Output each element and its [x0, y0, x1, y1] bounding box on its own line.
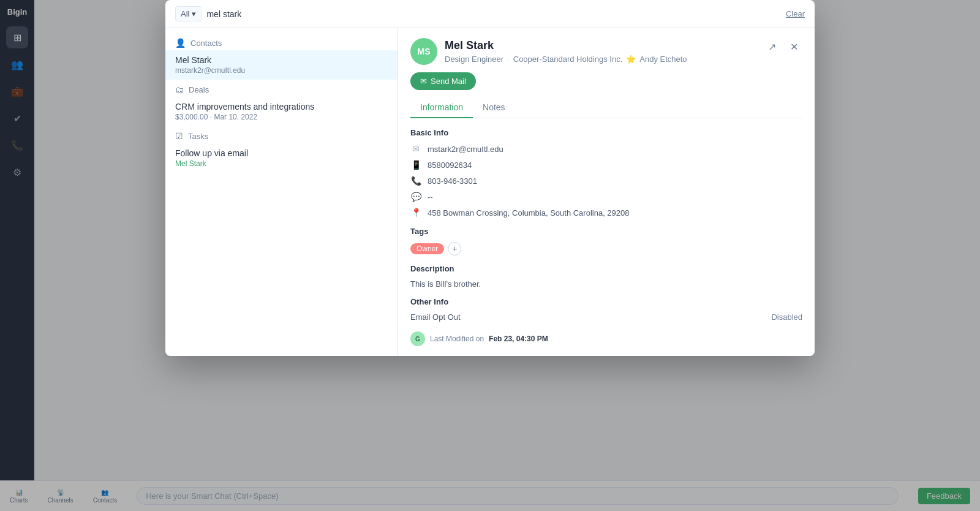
- mobile-value: 8580092634: [428, 161, 472, 170]
- email-opt-out-label: Email Opt Out: [410, 312, 461, 322]
- tag-owner: Owner: [410, 243, 444, 254]
- contact-title: Design Engineer: [445, 55, 503, 64]
- deals-label: Deals: [189, 85, 209, 94]
- search-clear-button[interactable]: Clear: [786, 9, 805, 18]
- external-link-button[interactable]: ↗: [763, 38, 780, 55]
- last-modified: G Last Modified on Feb 23, 04:30 PM: [410, 331, 802, 346]
- tasks-label: Tasks: [188, 132, 208, 141]
- contact-header-actions: ↗ ✕: [763, 38, 802, 55]
- contact-header-left: MS Mel Stark Design Engineer · Cooper-St…: [410, 38, 687, 65]
- detail-panel: MS Mel Stark Design Engineer · Cooper-St…: [398, 28, 815, 356]
- mail-icon: ✉: [420, 77, 427, 86]
- description-title: Description: [410, 264, 802, 273]
- modal-body: 👤 Contacts Mel Stark mstark2r@cmuItl.edu…: [165, 28, 815, 356]
- search-header: All ▾ Clear: [165, 0, 815, 28]
- contact-header: MS Mel Stark Design Engineer · Cooper-St…: [410, 38, 802, 65]
- deal-result-item[interactable]: CRM improvements and integrations $3,000…: [165, 97, 398, 126]
- tasks-section-header: ☑ Tasks: [165, 126, 398, 143]
- close-button[interactable]: ✕: [785, 38, 802, 55]
- email-opt-out-value: Disabled: [771, 312, 802, 322]
- task-result-item[interactable]: Follow up via email Mel Stark: [165, 143, 398, 173]
- phone-row: 📞 803-946-3301: [410, 175, 802, 186]
- deal-name: CRM improvements and integrations: [175, 102, 388, 112]
- other-info-section: Other Info Email Opt Out Disabled: [410, 297, 802, 322]
- tab-notes[interactable]: Notes: [473, 97, 515, 118]
- tags-section: Tags Owner +: [410, 227, 802, 255]
- dot-separator: ·: [507, 55, 510, 64]
- contacts-icon: 👤: [175, 38, 186, 48]
- contacts-section-header: 👤 Contacts: [165, 33, 398, 50]
- search-filter-dropdown[interactable]: All ▾: [175, 6, 202, 21]
- avatar: MS: [410, 38, 437, 65]
- contact-name: Mel Stark: [175, 55, 388, 65]
- phone-icon: 📞: [410, 175, 421, 186]
- owner-star-icon: ⭐: [626, 55, 636, 64]
- skype-row: 💬 --: [410, 191, 802, 202]
- tags-title: Tags: [410, 227, 802, 236]
- last-modified-avatar: G: [410, 331, 425, 346]
- search-modal: All ▾ Clear 👤 Contacts Mel Stark mstark2…: [165, 0, 815, 356]
- task-assignee: Mel Stark: [175, 159, 388, 168]
- location-icon: 📍: [410, 207, 421, 218]
- send-mail-button[interactable]: ✉ Send Mail: [410, 72, 476, 90]
- deals-section-header: 🗂 Deals: [165, 80, 398, 97]
- send-mail-label: Send Mail: [431, 77, 466, 86]
- last-modified-label: Last Modified on: [430, 335, 484, 343]
- chevron-down-icon: ▾: [192, 9, 196, 18]
- skype-icon: 💬: [410, 191, 421, 202]
- email-opt-out-row: Email Opt Out Disabled: [410, 312, 802, 322]
- contact-company: Cooper-Standard Holdings Inc.: [513, 55, 623, 64]
- email-icon: ✉: [410, 143, 421, 154]
- contact-meta: Design Engineer · Cooper-Standard Holdin…: [445, 55, 687, 64]
- description-section: Description This is Bill's brother.: [410, 264, 802, 289]
- basic-info-title: Basic Info: [410, 128, 802, 137]
- last-modified-date: Feb 23, 04:30 PM: [489, 335, 548, 343]
- search-input[interactable]: [206, 9, 780, 19]
- contact-name: Mel Stark: [445, 39, 687, 52]
- mobile-icon: 📱: [410, 159, 421, 170]
- deals-icon: 🗂: [175, 85, 184, 94]
- task-name: Follow up via email: [175, 148, 388, 158]
- tabs: Information Notes: [410, 97, 802, 118]
- add-tag-button[interactable]: +: [448, 242, 461, 255]
- address-row: 📍 458 Bowman Crossing, Columbia, South C…: [410, 207, 802, 218]
- contact-result-item[interactable]: Mel Stark mstark2r@cmuItl.edu: [165, 50, 398, 80]
- filter-label: All: [181, 9, 189, 18]
- deal-amount-date: $3,000.00 · Mar 10, 2022: [175, 113, 388, 121]
- address-value: 458 Bowman Crossing, Columbia, South Car…: [428, 208, 630, 218]
- description-text: This is Bill's brother.: [410, 279, 802, 289]
- email-value: mstark2r@cmuItl.edu: [428, 145, 503, 154]
- email-row: ✉ mstark2r@cmuItl.edu: [410, 143, 802, 154]
- other-info-title: Other Info: [410, 297, 802, 306]
- close-icon: ✕: [790, 41, 798, 53]
- results-panel: 👤 Contacts Mel Stark mstark2r@cmuItl.edu…: [165, 28, 398, 356]
- contacts-label: Contacts: [190, 39, 222, 48]
- tab-information[interactable]: Information: [410, 97, 473, 118]
- tags-row: Owner +: [410, 242, 802, 255]
- tasks-icon: ☑: [175, 131, 183, 141]
- phone-value: 803-946-3301: [428, 176, 477, 186]
- mobile-row: 📱 8580092634: [410, 159, 802, 170]
- contact-info: Mel Stark Design Engineer · Cooper-Stand…: [445, 39, 687, 64]
- basic-info-section: Basic Info ✉ mstark2r@cmuItl.edu 📱 85800…: [410, 128, 802, 218]
- skype-value: --: [428, 192, 433, 202]
- external-link-icon: ↗: [768, 41, 776, 53]
- contact-email: mstark2r@cmuItl.edu: [175, 66, 388, 75]
- contact-owner: Andy Etcheto: [639, 55, 687, 64]
